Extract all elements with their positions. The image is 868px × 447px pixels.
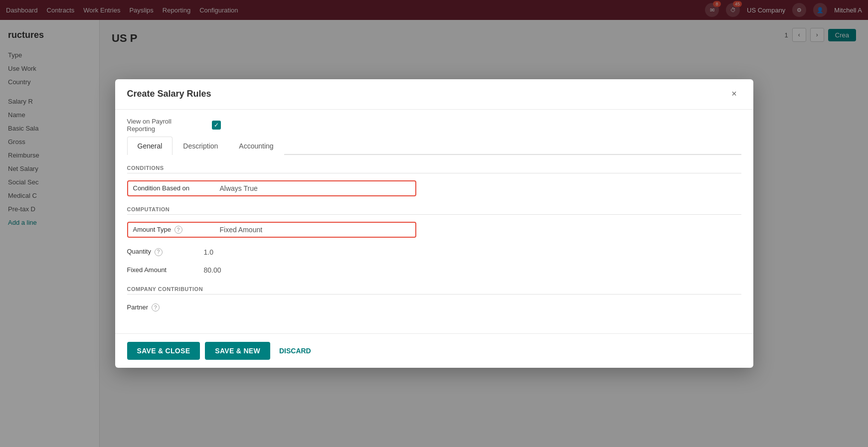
fixed-amount-value: 80.00 [204, 266, 221, 274]
conditions-section-title: CONDITIONS [127, 165, 741, 173]
view-on-payroll-label: View on Payroll Reporting [127, 118, 207, 133]
tabs: General Description Accounting [127, 137, 741, 155]
partner-help-icon[interactable]: ? [152, 303, 160, 311]
fixed-amount-field-row: Fixed Amount 80.00 [127, 264, 741, 276]
amount-type-label: Amount Type ? [133, 226, 213, 234]
tab-accounting[interactable]: Accounting [228, 137, 284, 155]
modal-overlay: Create Salary Rules × View on Payroll Re… [0, 0, 868, 447]
computation-section-title: COMPUTATION [127, 206, 741, 215]
quantity-help-icon[interactable]: ? [155, 248, 163, 256]
amount-type-field[interactable]: Amount Type ? Fixed Amount [127, 222, 416, 238]
condition-based-on-value: Always True [220, 184, 258, 192]
partner-field-row: Partner ? [127, 301, 741, 314]
fixed-amount-label: Fixed Amount [127, 266, 197, 274]
quantity-label: Quantity ? [127, 248, 197, 256]
quantity-field-row: Quantity ? 1.0 [127, 246, 741, 258]
tab-general-content: CONDITIONS Condition Based on Always Tru… [127, 155, 741, 334]
conditions-section: CONDITIONS Condition Based on Always Tru… [127, 165, 741, 196]
amount-type-value: Fixed Amount [220, 226, 263, 234]
condition-based-on-field[interactable]: Condition Based on Always True [127, 180, 416, 196]
modal-header: Create Salary Rules × [115, 79, 753, 110]
discard-button[interactable]: DISCARD [275, 342, 315, 360]
modal-title: Create Salary Rules [127, 89, 211, 99]
tab-description[interactable]: Description [173, 137, 228, 155]
tab-general[interactable]: General [127, 137, 173, 155]
modal-body[interactable]: View on Payroll Reporting ✓ General Desc… [115, 110, 753, 334]
computation-section: COMPUTATION Amount Type ? Fixed Amount Q… [127, 206, 741, 276]
modal-close-button[interactable]: × [727, 87, 741, 101]
create-salary-rules-modal: Create Salary Rules × View on Payroll Re… [115, 79, 753, 368]
partner-label: Partner ? [127, 303, 197, 312]
save-new-button[interactable]: SAVE & NEW [205, 342, 270, 360]
amount-type-help-icon[interactable]: ? [174, 226, 182, 234]
quantity-value: 1.0 [204, 248, 213, 256]
save-close-button[interactable]: SAVE & CLOSE [127, 342, 200, 360]
condition-based-on-label: Condition Based on [133, 184, 213, 192]
company-contribution-section-title: COMPANY CONTRIBUTION [127, 286, 741, 295]
modal-footer: SAVE & CLOSE SAVE & NEW DISCARD [115, 333, 753, 368]
view-on-payroll-row: View on Payroll Reporting ✓ [127, 110, 741, 133]
view-on-payroll-checkbox[interactable]: ✓ [212, 121, 221, 130]
company-contribution-section: COMPANY CONTRIBUTION Partner ? [127, 286, 741, 314]
